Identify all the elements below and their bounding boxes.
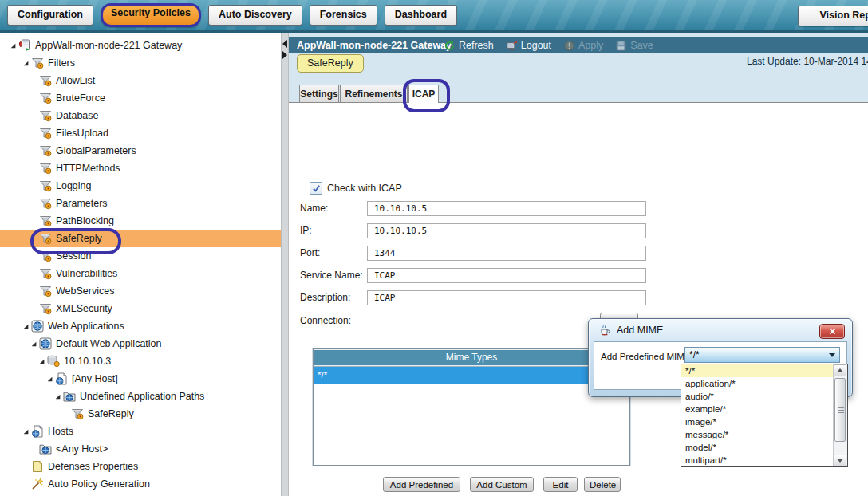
tab-settings[interactable]: Settings [299, 85, 339, 102]
tree-item-bruteforce[interactable]: BruteForce [0, 89, 281, 107]
tree-item-allowlist[interactable]: AllowList [0, 72, 281, 89]
dropdown-scrollbar[interactable] [833, 364, 847, 466]
tab-icap[interactable]: ICAP [408, 85, 439, 103]
dropdown-option-image-[interactable]: image/* [681, 415, 838, 428]
tree-item-label: BruteForce [56, 93, 105, 104]
tree-item-filesupload[interactable]: FilesUpload [0, 124, 281, 142]
tree-item-session[interactable]: Session [0, 247, 281, 265]
tree-item-label: FilesUpload [56, 128, 108, 139]
tree-expand-icon[interactable] [21, 321, 31, 332]
tree-item-globalparameters[interactable]: GlobalParameters [0, 142, 281, 159]
tree-spacer [29, 128, 39, 139]
tree-expand-icon[interactable] [29, 339, 39, 349]
tree-item-pathblocking[interactable]: PathBlocking [0, 212, 281, 230]
scroll-down-button[interactable] [834, 455, 846, 466]
field-input-servicename[interactable] [367, 268, 646, 283]
tree-item-database[interactable]: Database [0, 107, 281, 124]
nav-configuration[interactable]: Configuration [7, 5, 93, 26]
tree-spacer [61, 409, 71, 419]
dialog-close-button[interactable] [819, 324, 845, 339]
tree-item--any-host-[interactable]: [Any Host] [0, 370, 281, 388]
nav-forensics[interactable]: Forensics [310, 5, 377, 26]
field-input-port[interactable] [367, 246, 646, 261]
tree-expand-icon[interactable] [53, 392, 63, 402]
tree-item-parameters[interactable]: Parameters [0, 195, 281, 212]
sidebar-splitter[interactable] [281, 33, 289, 496]
nav-dashboard[interactable]: Dashboard [385, 5, 457, 26]
tree-item-defenses-properties[interactable]: Defenses Properties [0, 458, 281, 475]
field-input-description[interactable] [367, 290, 646, 305]
nav-vision-report[interactable]: Vision Report [798, 6, 868, 26]
predefined-mime-combobox[interactable]: */* [684, 347, 840, 363]
check-with-icap-checkbox[interactable] [310, 182, 322, 195]
dropdown-option-message-[interactable]: message/* [681, 428, 838, 441]
save-label: Save [630, 40, 653, 51]
tree-expand-icon[interactable] [8, 41, 18, 51]
tree-item-label: Auto Policy Generation [48, 478, 150, 490]
tree-item-appwall-mon-node-221-gateway[interactable]: AppWall-mon-node-221 Gateway [0, 37, 281, 54]
tree-item-label: WebServices [56, 285, 114, 297]
dropdown-option-application-[interactable]: application/* [681, 377, 838, 390]
tree-item-label: GlobalParameters [56, 145, 136, 156]
dropdown-option-multipart-[interactable]: multipart/* [681, 454, 838, 466]
tree-item-logging[interactable]: Logging [0, 177, 281, 195]
field-label-servicename: Service Name: [300, 270, 363, 281]
safereply-tab-badge[interactable]: SafeReply [297, 54, 364, 73]
tree-item-filters[interactable]: Filters [0, 54, 281, 72]
tree-item-vulnerabilities[interactable]: Vulnerabilities [0, 265, 281, 282]
appwall-window: ConfigurationSecurity PoliciesAuto Disco… [0, 0, 868, 496]
tree-item-httpmethods[interactable]: HTTPMethods [0, 159, 281, 177]
scroll-up-button[interactable] [834, 364, 846, 376]
delete-button[interactable]: Delete [584, 477, 621, 492]
dropdown-option-example-[interactable]: example/* [681, 403, 838, 415]
funnel-icon [39, 144, 52, 157]
add-predefined-button[interactable]: Add Predefined [383, 477, 460, 492]
collapse-left-icon[interactable] [282, 40, 287, 48]
tree-item--any-host-[interactable]: <Any Host> [0, 440, 281, 458]
refresh-label: Refresh [459, 40, 494, 51]
tree-spacer [29, 146, 39, 156]
tree-expand-icon[interactable] [21, 427, 31, 437]
tree-item-xmlsecurity[interactable]: XMLSecurity [0, 300, 281, 317]
field-input-name[interactable] [367, 201, 646, 216]
dropdown-option--[interactable]: */* [681, 364, 838, 377]
nav-security-policies[interactable]: Security Policies [101, 3, 201, 27]
add-custom-button[interactable]: Add Custom [470, 477, 534, 492]
dropdown-option-audio-[interactable]: audio/* [681, 390, 838, 403]
funnel-icon [39, 250, 52, 262]
logout-icon [506, 40, 518, 52]
gateway-icon [18, 39, 31, 52]
funnel-icon [39, 215, 52, 227]
edit-button[interactable]: Edit [543, 477, 578, 492]
close-icon [829, 328, 836, 335]
tab-refinements[interactable]: Refinements [340, 85, 408, 102]
tree-item-webservices[interactable]: WebServices [0, 282, 281, 300]
tree-item-web-applications[interactable]: Web Applications [0, 317, 281, 335]
tree-expand-icon[interactable] [37, 356, 47, 367]
tree-spacer [29, 199, 39, 209]
nav-auto-discovery[interactable]: Auto Discovery [208, 5, 302, 26]
expand-right-icon[interactable] [282, 51, 287, 59]
check-with-icap-label: Check with ICAP [327, 183, 402, 194]
tree-item-label: SafeReply [56, 233, 102, 244]
tree-item-hosts[interactable]: Hosts [0, 423, 281, 440]
tree-item-10-10-10-3[interactable]: 10.10.10.3 [0, 352, 281, 370]
tree-item-label: 10.10.10.3 [64, 356, 111, 367]
tree-expand-icon[interactable] [45, 374, 55, 384]
tree-item-safereply[interactable]: SafeReply [0, 230, 281, 247]
tree-item-undefined-application-paths[interactable]: Undefined Application Paths [0, 388, 281, 405]
tree-item-default-web-application[interactable]: Default Web Application [0, 335, 281, 352]
refresh-button[interactable]: Refresh [444, 40, 494, 52]
logout-button[interactable]: Logout [506, 40, 551, 52]
field-input-ip[interactable] [367, 223, 646, 238]
funnel-icon [39, 109, 52, 122]
tree-item-safereply[interactable]: SafeReply [0, 405, 281, 423]
tree-expand-icon[interactable] [21, 58, 31, 69]
tree-item-label: [Any Host] [72, 373, 118, 384]
note-icon [31, 460, 44, 473]
mime-row[interactable]: */* [314, 367, 629, 384]
tree-item-auto-policy-generation[interactable]: Auto Policy Generation [0, 475, 281, 493]
triangle-down-icon [837, 459, 843, 463]
scrollbar-thumb[interactable] [834, 378, 846, 442]
dropdown-option-model-[interactable]: model/* [681, 441, 838, 454]
